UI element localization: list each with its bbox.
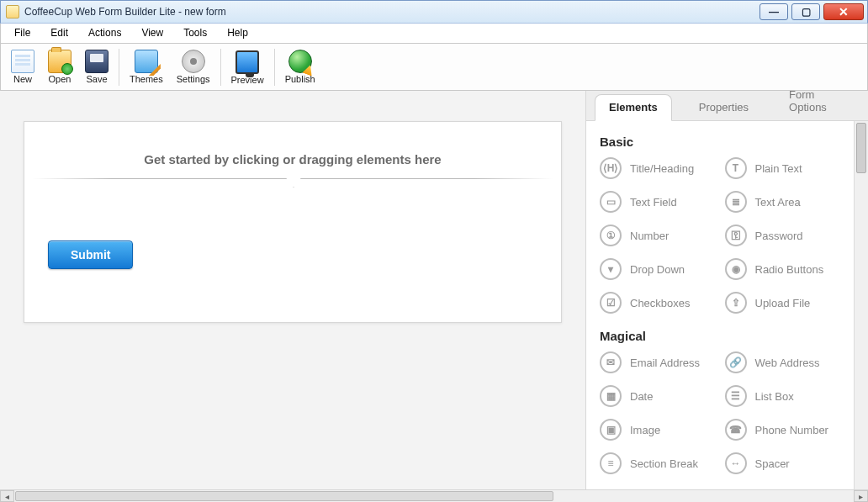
checkboxes-icon: ☑ — [600, 292, 622, 314]
web-address-icon: 🔗 — [725, 351, 747, 373]
upload-file-icon: ⇪ — [725, 292, 747, 314]
tab-elements[interactable]: Elements — [595, 94, 672, 121]
email-address-icon: ✉ — [600, 351, 622, 373]
toolbar-new-button[interactable]: New — [4, 46, 41, 88]
section-title-basic: Basic — [600, 135, 861, 149]
toolbar-open-button[interactable]: Open — [41, 46, 78, 88]
element-item-section-break[interactable]: ≡Section Break — [600, 452, 720, 474]
title-heading-icon: ⟨H⟩ — [600, 157, 622, 179]
toolbar-open-label: Open — [49, 74, 71, 84]
element-item-label: Web Address — [755, 357, 820, 369]
toolbar-preview-button[interactable]: Preview — [225, 46, 271, 88]
tab-form-options[interactable]: Form Options — [775, 82, 860, 120]
monitor-icon — [236, 50, 259, 74]
element-item-label: Phone Number — [755, 424, 828, 436]
element-item-date[interactable]: ▦Date — [600, 385, 720, 407]
submit-button[interactable]: Submit — [48, 240, 133, 269]
toolbar-separator — [119, 49, 119, 86]
menu-actions[interactable]: Actions — [78, 24, 131, 43]
element-item-plain-text[interactable]: TPlain Text — [725, 157, 845, 179]
toolbar-publish-button[interactable]: Publish — [278, 46, 322, 88]
element-item-list-box[interactable]: ☰List Box — [725, 385, 845, 407]
element-item-label: Password — [755, 230, 803, 242]
menubar: File Edit Actions View Tools Help — [0, 24, 868, 44]
password-icon: ⚿ — [725, 225, 747, 246]
drop-hint-text: Get started by clicking or dragging elem… — [48, 152, 537, 178]
scrollbar-thumb[interactable] — [856, 123, 866, 173]
window-close-button[interactable]: ✕ — [823, 3, 864, 20]
element-item-label: Spacer — [755, 457, 790, 470]
toolbar-separator — [220, 49, 221, 86]
panel-body: Basic ⟨H⟩Title/HeadingTPlain Text▭Text F… — [586, 121, 868, 489]
element-item-number[interactable]: ①Number — [600, 225, 720, 246]
element-item-phone-number[interactable]: ☎Phone Number — [725, 419, 845, 441]
window-title: CoffeeCup Web Form Builder Lite - new fo… — [24, 6, 226, 18]
window-titlebar: CoffeeCup Web Form Builder Lite - new fo… — [0, 0, 868, 24]
element-item-upload-file[interactable]: ⇪Upload File — [725, 292, 845, 314]
text-area-icon: ≣ — [725, 191, 747, 213]
menu-edit[interactable]: Edit — [40, 24, 78, 43]
element-item-label: Email Address — [630, 357, 700, 369]
element-item-image[interactable]: ▣Image — [600, 419, 720, 441]
close-icon: ✕ — [839, 5, 849, 18]
new-file-icon — [11, 50, 34, 73]
tab-properties[interactable]: Properties — [685, 95, 762, 120]
hscroll-thumb[interactable] — [15, 491, 553, 501]
globe-publish-icon — [288, 50, 312, 73]
plain-text-icon: T — [725, 157, 747, 179]
drop-down-icon: ▾ — [600, 258, 622, 280]
number-icon: ① — [600, 225, 622, 246]
toolbar-themes-button[interactable]: Themes — [123, 46, 170, 88]
radio-buttons-icon: ◉ — [725, 258, 747, 280]
elements-grid-magical: ✉Email Address🔗Web Address▦Date☰List Box… — [600, 351, 861, 474]
element-item-label: Date — [630, 390, 653, 403]
element-item-label: Plain Text — [755, 162, 802, 175]
spacer-icon: ↔ — [725, 452, 747, 474]
right-panel: Elements Properties Form Options Basic ⟨… — [585, 91, 868, 489]
element-item-password[interactable]: ⚿Password — [725, 225, 845, 246]
toolbar-save-button[interactable]: Save — [78, 46, 115, 88]
element-item-label: Upload File — [755, 297, 811, 309]
element-item-email-address[interactable]: ✉Email Address — [600, 351, 720, 373]
minimize-icon: — — [769, 6, 779, 18]
horizontal-scrollbar[interactable]: ◂ ▸ — [0, 489, 868, 502]
themes-icon — [135, 50, 158, 73]
element-item-text-field[interactable]: ▭Text Field — [600, 191, 720, 213]
text-field-icon: ▭ — [600, 191, 622, 213]
element-item-title-heading[interactable]: ⟨H⟩Title/Heading — [600, 157, 720, 179]
scroll-left-button[interactable]: ◂ — [0, 490, 14, 502]
element-item-label: Radio Buttons — [755, 263, 824, 276]
window-minimize-button[interactable]: — — [760, 3, 788, 20]
panel-vertical-scrollbar[interactable] — [854, 121, 868, 489]
canvas-area: Get started by clicking or dragging elem… — [0, 91, 585, 489]
element-item-label: Drop Down — [630, 263, 685, 276]
toolbar-new-label: New — [13, 74, 32, 84]
elements-grid-basic: ⟨H⟩Title/HeadingTPlain Text▭Text Field≣T… — [600, 157, 861, 314]
section-break-icon: ≡ — [600, 452, 622, 474]
open-folder-icon — [48, 50, 71, 73]
menu-tools[interactable]: Tools — [173, 24, 217, 43]
menu-help[interactable]: Help — [217, 24, 258, 43]
element-item-drop-down[interactable]: ▾Drop Down — [600, 258, 720, 280]
menu-view[interactable]: View — [131, 24, 173, 43]
element-item-text-area[interactable]: ≣Text Area — [725, 191, 845, 213]
element-item-label: Text Field — [630, 196, 677, 209]
toolbar-settings-label: Settings — [177, 74, 210, 84]
element-item-spacer[interactable]: ↔Spacer — [725, 452, 845, 474]
window-maximize-button[interactable]: ▢ — [791, 3, 820, 20]
save-disk-icon — [85, 50, 108, 73]
element-item-web-address[interactable]: 🔗Web Address — [725, 351, 845, 373]
element-item-label: Text Area — [755, 196, 801, 209]
image-icon: ▣ — [600, 419, 622, 441]
app-icon — [6, 5, 19, 18]
element-item-radio-buttons[interactable]: ◉Radio Buttons — [725, 258, 845, 280]
scroll-right-button[interactable]: ▸ — [854, 490, 868, 502]
toolbar-themes-label: Themes — [130, 74, 163, 84]
element-item-label: Number — [630, 230, 669, 242]
element-item-label: Image — [630, 424, 660, 436]
form-canvas[interactable]: Get started by clicking or dragging elem… — [24, 121, 562, 323]
element-item-checkboxes[interactable]: ☑Checkboxes — [600, 292, 720, 314]
toolbar-settings-button[interactable]: Settings — [170, 46, 217, 88]
menu-file[interactable]: File — [4, 24, 40, 43]
workspace: Get started by clicking or dragging elem… — [0, 91, 868, 489]
